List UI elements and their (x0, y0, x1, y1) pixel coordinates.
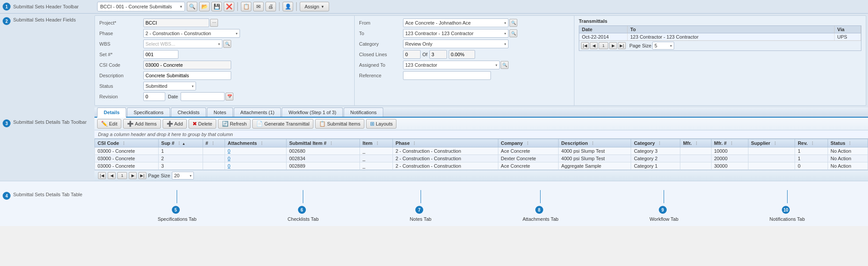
wbs-row: WBS Select WBS... 🔍 (99, 40, 350, 48)
col-item[interactable]: Item ⋮ (360, 139, 393, 147)
category-dropdown[interactable]: Review Only (403, 40, 508, 48)
attach-link[interactable]: 0 (228, 148, 230, 154)
col-phase[interactable]: Phase ⋮ (392, 139, 498, 147)
email-icon-btn[interactable]: ✉ (253, 2, 264, 11)
generate-transmittal-button[interactable]: 📄 Generate Transmittal (252, 119, 313, 129)
tab-workflow[interactable]: Workflow (Step 1 of 3) (282, 108, 343, 117)
revision-input[interactable] (143, 92, 165, 101)
col-mfr-num[interactable]: Mfr. # ⋮ (711, 139, 748, 147)
table-next-btn[interactable]: ▶ (129, 172, 137, 179)
transmittals-nav: |◀ ◀ 1 ▶ ▶| Page Size 5 (579, 40, 861, 50)
col-attachments[interactable]: Attachments ⋮ (225, 139, 287, 147)
edit-button[interactable]: ✏️ Edit (97, 119, 121, 129)
project-input[interactable] (143, 18, 209, 27)
to-dropdown[interactable]: 123 Contractor - 123 Contractor (403, 29, 508, 38)
col-company[interactable]: Company ⋮ (498, 139, 559, 147)
to-search-icon[interactable]: 🔍 (509, 29, 517, 37)
closed-input[interactable] (403, 50, 421, 59)
tab-notes[interactable]: Notes (207, 108, 233, 117)
pct-input[interactable] (449, 50, 475, 59)
trans-last-btn[interactable]: ▶| (618, 42, 626, 49)
table-cell: Category 2 (631, 155, 680, 162)
set-label: Set #* (99, 52, 143, 57)
csi-input[interactable] (143, 61, 231, 69)
add-items-button[interactable]: ➕ Add Items (123, 119, 161, 129)
copy-icon-btn[interactable]: 📋 (241, 2, 251, 11)
col-supplier[interactable]: Supplier ⋮ (748, 139, 795, 147)
col-submittal-item[interactable]: Submittal Item # ⋮ (286, 139, 360, 147)
refresh-button[interactable]: 🔄 Refresh (218, 119, 251, 129)
assigned-search-icon[interactable]: 🔍 (501, 61, 508, 69)
save-icon-btn[interactable]: 💾 (211, 2, 222, 11)
badge-3: 3 (3, 119, 11, 127)
add-icon: ➕ (167, 121, 173, 127)
header-toolbar-label: Submittal Sets Header Toolbar (13, 4, 79, 9)
table-first-btn[interactable]: |◀ (98, 172, 106, 179)
col-category[interactable]: Category ⋮ (631, 139, 680, 147)
trans-page-size-label: Page Size (629, 43, 651, 48)
project-expand-icon[interactable]: ⋯ (210, 19, 218, 27)
description-input[interactable] (143, 71, 231, 80)
table-cell (680, 155, 711, 162)
layouts-button[interactable]: ⊞ Layouts (366, 119, 397, 129)
status-label: Status (99, 83, 143, 89)
wbs-dropdown[interactable]: Select WBS... (143, 40, 222, 48)
trans-page-input[interactable]: 1 (599, 42, 608, 49)
tab-checklists[interactable]: Checklists (171, 108, 206, 117)
attach-link[interactable]: 0 (228, 156, 230, 161)
from-dropdown[interactable]: Ace Concrete - Johnathon Ace (403, 18, 508, 27)
set-input[interactable] (143, 50, 178, 59)
submittal-items-button[interactable]: 📋 Submittal Items (315, 119, 364, 129)
reference-input[interactable] (403, 71, 491, 80)
col-status[interactable]: Status ⋮ (828, 139, 868, 147)
tab-details[interactable]: Details (97, 108, 126, 118)
table-cell: No Action (828, 147, 868, 155)
print-icon-btn[interactable]: 🖨 (265, 2, 276, 11)
from-search-icon[interactable]: 🔍 (509, 19, 517, 27)
col-mfr[interactable]: Mfr. ⋮ (680, 139, 711, 147)
table-cell: 30000 (711, 162, 748, 170)
table-cell (203, 147, 225, 155)
col-num[interactable]: # ⋮ (203, 139, 225, 147)
details-toolbar-side-label: 3 Submittal Sets Details Tab Toolbar (0, 118, 94, 181)
table-cell (748, 162, 795, 170)
trans-next-btn[interactable]: ▶ (609, 42, 617, 49)
user-icon-btn[interactable]: 👤 (283, 2, 293, 11)
badge-6: 6 (298, 206, 306, 214)
wbs-search-icon[interactable]: 🔍 (223, 40, 231, 48)
of-input[interactable] (429, 50, 447, 59)
table-prev-btn[interactable]: ◀ (108, 172, 116, 179)
assign-dropdown-icon: ▼ (321, 5, 324, 9)
col-description[interactable]: Description ⋮ (559, 139, 631, 147)
trans-prev-btn[interactable]: ◀ (590, 42, 598, 49)
submittal-set-dropdown[interactable]: BCCI - 001 - Concrete Submittals (97, 2, 185, 11)
add-button[interactable]: ➕ Add (163, 119, 187, 129)
search-icon-btn[interactable]: 🔍 (187, 2, 197, 11)
trans-page-size-dropdown[interactable]: 5 (652, 42, 674, 50)
tab-notifications[interactable]: Notifications (344, 108, 383, 117)
assign-button[interactable]: Assign ▼ (300, 2, 329, 11)
status-dropdown[interactable]: Submitted (143, 82, 196, 90)
tab-specifications[interactable]: Specifications (127, 108, 170, 117)
col-rev[interactable]: Rev. ⋮ (795, 139, 828, 147)
assigned-dropdown[interactable]: 123 Contractor (403, 61, 500, 69)
tab-attachments[interactable]: Attachments (1) (234, 108, 281, 117)
attach-link[interactable]: 0 (228, 163, 230, 169)
phase-dropdown[interactable]: 2 - Construction - Construction (143, 29, 240, 38)
table-cell: 002889 (286, 162, 360, 170)
table-page-num[interactable]: 1 (117, 172, 127, 179)
trans-first-btn[interactable]: |◀ (581, 42, 589, 49)
delete-button[interactable]: ✖ Delete (189, 119, 216, 129)
table-cell: Ace Concrete (498, 147, 559, 155)
col-sup-num[interactable]: Sup # ⋮ (158, 139, 203, 147)
table-last-btn[interactable]: ▶| (138, 172, 146, 179)
from-label: From (359, 20, 403, 25)
col-csi-code[interactable]: CSI Code ⋮ (95, 139, 159, 147)
table-page-size-dropdown[interactable]: 20 (172, 172, 194, 180)
table-row: 03000 - Concrete10002680_2 - Constructio… (95, 147, 868, 155)
transmittals-title: Transmittals (579, 18, 861, 24)
calendar-icon[interactable]: 📅 (225, 93, 233, 101)
date-input[interactable] (181, 92, 225, 101)
open-icon-btn[interactable]: 📂 (199, 2, 210, 11)
delete-icon-btn[interactable]: ❌ (224, 2, 234, 11)
